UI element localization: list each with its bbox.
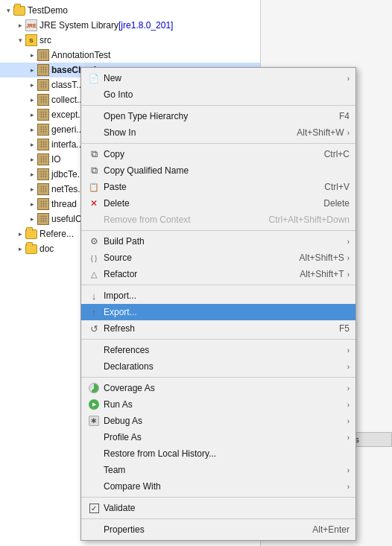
menu-item-restorefromlocal[interactable]: Restore from Local History... xyxy=(81,445,355,462)
folder-icon-testdemo xyxy=(13,6,25,16)
copy-shortcut: Ctrl+C xyxy=(324,149,350,159)
pkg-icon-nettes xyxy=(37,183,49,195)
import-icon xyxy=(87,289,101,302)
menu-item-refresh[interactable]: Refresh F5 xyxy=(81,320,355,337)
showin-arrow: › xyxy=(347,129,350,137)
menu-item-buildpath[interactable]: Build Path › xyxy=(81,233,355,250)
delete-icon xyxy=(87,197,101,210)
menu-item-opentypehierarchy[interactable]: Open Type Hierarchy F4 xyxy=(81,108,355,124)
arrow-src xyxy=(15,35,25,45)
refresh-shortcut: F5 xyxy=(339,323,350,334)
label-referenced: Refere... xyxy=(39,229,74,239)
arrow-testdemo xyxy=(3,5,13,16)
tree-item-src[interactable]: S src xyxy=(0,33,260,48)
label-thread: thread xyxy=(51,199,77,209)
arrow-collect xyxy=(27,95,37,105)
copyqualified-icon xyxy=(87,164,101,177)
showin-shortcut: Alt+Shift+W xyxy=(297,127,344,138)
properties-shortcut: Alt+Enter xyxy=(312,524,350,535)
menu-label-team: Team xyxy=(104,465,344,475)
menu-item-gointo[interactable]: Go Into xyxy=(81,86,355,103)
pkg-icon-classt xyxy=(37,79,49,91)
source-shortcut: Alt+Shift+S xyxy=(300,253,344,263)
label-src: src xyxy=(39,35,51,45)
separator-8 xyxy=(81,518,355,519)
tree-item-jre[interactable]: JRE JRE System Library [jre1.8.0_201] xyxy=(0,18,260,33)
menu-item-coverageas[interactable]: Coverage As › xyxy=(81,380,355,396)
paste-icon xyxy=(87,180,101,194)
menu-label-declarations: Declarations xyxy=(104,361,344,372)
source-icon xyxy=(87,251,101,264)
menu-label-new: New xyxy=(104,73,344,83)
menu-label-comparewith: Compare With xyxy=(104,481,344,492)
menu-label-showin: Show In xyxy=(104,127,282,138)
new-arrow: › xyxy=(347,74,350,83)
menu-item-runas[interactable]: Run As › xyxy=(81,396,355,413)
menu-item-export[interactable]: Export... xyxy=(81,304,355,320)
pkg-icon-annotationtest xyxy=(37,49,49,61)
buildpath-icon xyxy=(87,235,101,248)
menu-item-import[interactable]: Import... xyxy=(81,288,355,304)
pkg-icon-generi xyxy=(37,124,49,136)
pkg-icon-interfa xyxy=(37,139,49,150)
paste-shortcut: Ctrl+V xyxy=(324,182,350,192)
arrow-annotationtest xyxy=(27,50,37,60)
debugas-arrow: › xyxy=(347,417,350,425)
team-arrow: › xyxy=(347,466,350,474)
separator-7 xyxy=(81,497,355,498)
menu-item-comparewith[interactable]: Compare With › xyxy=(81,478,355,495)
menu-item-declarations[interactable]: Declarations › xyxy=(81,358,355,375)
menu-label-refactor: Refactor xyxy=(104,269,285,279)
menu-item-debugas[interactable]: Debug As › xyxy=(81,413,355,429)
pkg-icon-collect xyxy=(37,94,49,106)
label-generi: generi... xyxy=(51,124,83,135)
comparewith-arrow: › xyxy=(347,483,350,491)
tree-item-annotationtest[interactable]: AnnotationTest xyxy=(0,48,260,63)
tree-item-testdemo[interactable]: TestDemo xyxy=(0,3,260,18)
refactor-arrow: › xyxy=(347,270,350,279)
menu-item-refactor[interactable]: Refactor Alt+Shift+T › xyxy=(81,266,355,282)
debugas-icon xyxy=(87,414,101,428)
label-jre: JRE System Library xyxy=(39,20,118,31)
menu-label-gointo: Go Into xyxy=(104,89,350,100)
menu-item-copy[interactable]: Copy Ctrl+C xyxy=(81,146,355,162)
source-arrow: › xyxy=(347,254,350,262)
refactor-shortcut: Alt+Shift+T xyxy=(300,269,344,279)
menu-item-showin[interactable]: Show In Alt+Shift+W › xyxy=(81,124,355,141)
menu-label-oth: Open Type Hierarchy xyxy=(104,111,324,121)
menu-item-profileas[interactable]: Profile As › xyxy=(81,429,355,445)
menu-label-properties: Properties xyxy=(104,524,297,535)
buildpath-arrow: › xyxy=(347,238,350,246)
menu-item-source[interactable]: Source Alt+Shift+S › xyxy=(81,250,355,266)
menu-item-removefromcontext[interactable]: Remove from Context Ctrl+Alt+Shift+Down xyxy=(81,212,355,228)
menu-item-validate[interactable]: Validate xyxy=(81,500,355,516)
menu-label-export: Export... xyxy=(104,307,350,317)
menu-item-paste[interactable]: Paste Ctrl+V xyxy=(81,179,355,195)
menu-item-team[interactable]: Team › xyxy=(81,462,355,478)
menu-item-copyqualified[interactable]: Copy Qualified Name xyxy=(81,162,355,179)
folder-icon-referenced xyxy=(25,229,37,239)
menu-item-delete[interactable]: Delete Delete xyxy=(81,195,355,212)
menu-label-copyqualified: Copy Qualified Name xyxy=(104,165,350,176)
menu-item-new[interactable]: New › xyxy=(81,70,355,86)
menu-label-debugas: Debug As xyxy=(104,416,344,426)
arrow-jre xyxy=(15,20,25,31)
menu-item-properties[interactable]: Properties Alt+Enter xyxy=(81,521,355,538)
pkg-icon-thread xyxy=(37,198,49,210)
separator-6 xyxy=(81,377,355,378)
menu-label-refresh: Refresh xyxy=(104,323,324,334)
pkg-icon-except xyxy=(37,109,49,121)
arrow-basecheck xyxy=(27,65,37,75)
menu-label-delete: Delete xyxy=(104,198,309,209)
delete-shortcut: Delete xyxy=(323,198,350,209)
refresh-icon xyxy=(87,322,101,335)
profileas-arrow: › xyxy=(347,434,350,442)
refactor-icon xyxy=(87,267,101,281)
pkg-icon-basecheck xyxy=(37,64,49,76)
menu-label-profileas: Profile As xyxy=(104,432,344,442)
copy-icon xyxy=(87,147,101,161)
menu-item-references[interactable]: References › xyxy=(81,342,355,358)
label-interfa: interfa... xyxy=(51,139,83,150)
menu-label-rfc: Remove from Context xyxy=(104,215,254,225)
export-icon xyxy=(87,305,101,319)
